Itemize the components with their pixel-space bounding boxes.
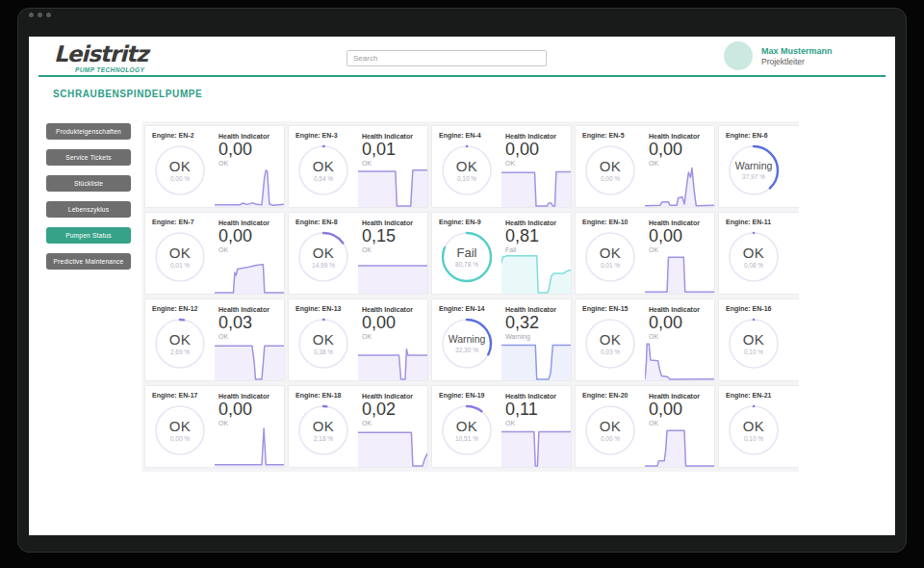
health-indicator-label: Health Indicator <box>218 219 270 226</box>
health-indicator-label: Health Indicator <box>649 219 700 226</box>
engine-status: OK <box>313 332 335 347</box>
engine-card[interactable]: Engine: EN-14Warning32,30 %Health Indica… <box>431 298 572 381</box>
gauge-text: OK0,01 % <box>153 230 207 284</box>
health-indicator-value: 0,00 <box>649 313 682 333</box>
sidebar-item-lebenszyklus[interactable]: Lebenszyklus <box>46 201 131 218</box>
engine-status-gauge: OK0,54 % <box>296 143 350 197</box>
engine-status-gauge: OK0,01 % <box>153 230 207 284</box>
sidebar-item-service-tickets[interactable]: Service Tickets <box>46 149 131 166</box>
health-indicator-value: 0,32 <box>505 313 539 333</box>
header-divider <box>38 75 886 77</box>
engine-label: Engine: EN-16 <box>726 305 771 312</box>
engine-status: OK <box>743 245 765 260</box>
health-sparkline-chart <box>358 425 427 467</box>
health-sparkline-chart <box>215 165 284 207</box>
engine-percent: 0,01 % <box>170 262 190 269</box>
engine-status-gauge: OK0,00 % <box>583 403 637 457</box>
window-controls[interactable] <box>29 13 51 17</box>
engine-status: OK <box>600 419 622 433</box>
engine-status: OK <box>169 332 192 347</box>
engine-card[interactable]: Engine: EN-3OK0,54 %Health Indicator0,01… <box>288 125 428 208</box>
health-indicator-label: Health Indicator <box>362 219 413 226</box>
engine-label: Engine: EN-19 <box>439 392 484 399</box>
engine-card[interactable]: Engine: EN-6Warning37,97 % <box>718 125 799 208</box>
engine-card[interactable]: Engine: EN-4OK0,10 %Health Indicator0,00… <box>431 125 572 208</box>
health-sparkline-chart <box>645 165 714 207</box>
engine-card[interactable]: Engine: EN-12OK2,69 %Health Indicator0,0… <box>144 298 285 381</box>
window-dot-icon[interactable] <box>29 13 34 17</box>
engine-card[interactable]: Engine: EN-18OK2,18 %Health Indicator0,0… <box>288 385 428 468</box>
health-indicator-value: 0,00 <box>505 140 539 160</box>
engine-status: OK <box>169 419 192 433</box>
engine-card[interactable]: Engine: EN-9Fail80,78 %Health Indicator0… <box>431 212 572 295</box>
engine-card[interactable]: Engine: EN-16OK0,10 % <box>718 298 799 381</box>
health-indicator-label: Health Indicator <box>505 133 556 140</box>
engine-card[interactable]: Engine: EN-11OK0,08 % <box>718 212 799 295</box>
sidebar-item-stueckliste[interactable]: Stückliste <box>46 175 131 192</box>
avatar[interactable] <box>724 41 753 70</box>
engine-card[interactable]: Engine: EN-5OK0,00 %Health Indicator0,00… <box>575 125 715 208</box>
user-menu[interactable]: Max Mustermann Projektleiter <box>724 41 833 70</box>
gauge-text: Warning32,30 % <box>440 317 494 371</box>
engine-card[interactable]: Engine: EN-8OK14,99 %Health Indicator0,1… <box>288 212 428 295</box>
gauge-text: OK0,10 % <box>440 143 494 197</box>
health-sparkline-chart <box>501 425 571 467</box>
engine-card[interactable]: Engine: EN-2OK0,00 %Health Indicator0,00… <box>144 125 285 208</box>
engine-card[interactable]: Engine: EN-10OK0,01 %Health Indicator0,0… <box>575 212 715 295</box>
engine-label: Engine: EN-9 <box>439 219 481 225</box>
engine-status: OK <box>313 245 335 260</box>
page: Leistritz PUMP TECHNOLOGY Max Mustermann… <box>0 0 924 568</box>
window-dot-icon[interactable] <box>38 13 42 17</box>
engine-status-gauge: Warning37,97 % <box>727 143 781 197</box>
sidebar: Produkteigenschaften Service Tickets Stü… <box>46 123 133 279</box>
engine-card[interactable]: Engine: EN-17OK0,00 %Health Indicator0,0… <box>144 385 285 468</box>
engine-label: Engine: EN-18 <box>295 392 341 399</box>
logo-title: Leistritz <box>54 42 147 65</box>
health-sparkline-chart <box>215 338 284 380</box>
engine-status: OK <box>313 419 335 433</box>
health-indicator-label: Health Indicator <box>362 133 413 140</box>
engine-card[interactable]: Engine: EN-13OK0,38 %Health Indicator0,0… <box>288 298 428 381</box>
window-dot-icon[interactable] <box>46 13 51 17</box>
engine-card[interactable]: Engine: EN-21OK0,10 % <box>718 385 799 468</box>
engine-status: Warning <box>735 161 773 171</box>
engine-card[interactable]: Engine: EN-7OK0,01 %Health Indicator0,00… <box>144 212 285 295</box>
gauge-text: OK0,01 % <box>583 230 637 284</box>
engine-percent: 37,97 % <box>742 173 765 180</box>
gauge-text: OK2,69 % <box>153 317 207 371</box>
health-sparkline-chart <box>358 165 427 207</box>
engine-status-gauge: OK0,10 % <box>440 143 494 197</box>
engine-status: OK <box>600 245 622 260</box>
engine-card[interactable]: Engine: EN-20OK0,00 %Health Indicator0,0… <box>575 385 715 468</box>
engine-status-gauge: OK0,00 % <box>153 403 207 457</box>
engine-status-gauge: OK0,00 % <box>583 143 637 197</box>
engine-percent: 32,30 % <box>455 347 478 353</box>
health-sparkline-chart <box>501 251 571 294</box>
engine-label: Engine: EN-10 <box>582 219 628 225</box>
health-indicator-label: Health Indicator <box>218 306 270 313</box>
gauge-text: OK2,18 % <box>296 403 350 457</box>
engine-status: OK <box>743 419 765 433</box>
sidebar-item-pumpen-status[interactable]: Pumpen Status <box>46 227 131 244</box>
page-title: SCHRAUBENSPINDELPUMPE <box>53 89 202 99</box>
engine-card[interactable]: Engine: EN-15OK0,03 %Health Indicator0,0… <box>575 298 715 381</box>
health-indicator-value: 0,11 <box>505 400 538 420</box>
engine-status-gauge: OK2,69 % <box>153 317 207 371</box>
gauge-text: OK0,00 % <box>583 143 637 197</box>
engine-status: OK <box>456 159 478 173</box>
user-role: Projektleiter <box>761 57 833 66</box>
engine-label: Engine: EN-17 <box>152 392 197 399</box>
gauge-text: OK0,03 % <box>583 317 637 371</box>
health-indicator-label: Health Indicator <box>505 393 556 400</box>
sidebar-item-predictive-maintenance[interactable]: Predictive Maintenance <box>46 253 131 270</box>
health-indicator-value: 0,03 <box>218 313 252 333</box>
engine-status-gauge: Fail80,78 % <box>440 230 494 284</box>
engine-status: OK <box>456 419 478 433</box>
sidebar-item-produkteigenschaften[interactable]: Produkteigenschaften <box>46 123 131 140</box>
search-input[interactable] <box>346 50 547 66</box>
engine-label: Engine: EN-2 <box>152 132 194 139</box>
engine-card[interactable]: Engine: EN-19OK10,51 %Health Indicator0,… <box>431 385 572 468</box>
engine-label: Engine: EN-13 <box>295 305 341 312</box>
health-sparkline-chart <box>645 425 714 467</box>
health-indicator-label: Health Indicator <box>505 219 556 226</box>
